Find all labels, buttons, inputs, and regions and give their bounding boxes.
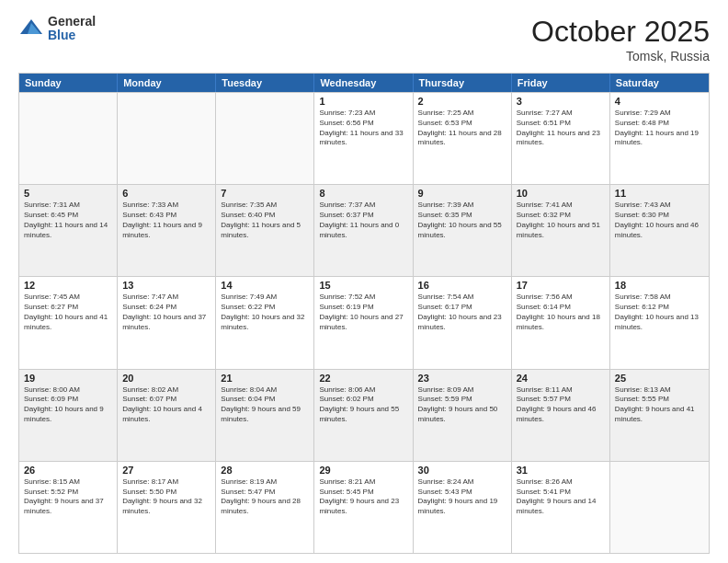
calendar-row: 5Sunrise: 7:31 AM Sunset: 6:45 PM Daylig… (19, 184, 709, 276)
cell-info: Sunrise: 7:27 AM Sunset: 6:51 PM Dayligh… (517, 109, 605, 148)
day-number: 3 (517, 96, 605, 107)
day-number: 12 (24, 280, 112, 291)
day-number: 7 (221, 188, 309, 199)
cell-info: Sunrise: 8:04 AM Sunset: 6:04 PM Dayligh… (221, 385, 309, 425)
day-number: 20 (122, 373, 210, 384)
cell-info: Sunrise: 7:47 AM Sunset: 6:24 PM Dayligh… (122, 293, 210, 332)
location: Tomsk, Russia (531, 49, 710, 63)
cell-info: Sunrise: 7:31 AM Sunset: 6:45 PM Dayligh… (24, 201, 112, 240)
cell-info: Sunrise: 7:45 AM Sunset: 6:27 PM Dayligh… (24, 293, 112, 332)
day-number: 31 (517, 465, 605, 476)
weekday-header: Saturday (610, 74, 709, 92)
day-number: 13 (122, 280, 210, 291)
day-number: 25 (615, 373, 704, 384)
calendar-row: 19Sunrise: 8:00 AM Sunset: 6:09 PM Dayli… (19, 369, 709, 461)
calendar-cell: 11Sunrise: 7:43 AM Sunset: 6:30 PM Dayli… (610, 185, 709, 276)
cell-info: Sunrise: 8:13 AM Sunset: 5:55 PM Dayligh… (615, 385, 704, 425)
cell-info: Sunrise: 7:56 AM Sunset: 6:14 PM Dayligh… (517, 293, 605, 332)
calendar-cell: 3Sunrise: 7:27 AM Sunset: 6:51 PM Daylig… (512, 93, 610, 184)
cell-info: Sunrise: 7:58 AM Sunset: 6:12 PM Dayligh… (615, 293, 704, 332)
day-number: 5 (24, 188, 112, 199)
day-number: 23 (418, 373, 506, 384)
calendar-cell: 31Sunrise: 8:26 AM Sunset: 5:41 PM Dayli… (512, 462, 610, 553)
cell-info: Sunrise: 8:19 AM Sunset: 5:47 PM Dayligh… (221, 477, 309, 517)
day-number: 9 (418, 188, 506, 199)
cell-info: Sunrise: 8:26 AM Sunset: 5:41 PM Dayligh… (517, 477, 605, 517)
calendar-cell (216, 93, 314, 184)
weekday-header: Thursday (414, 74, 512, 92)
weekday-header: Wednesday (314, 74, 413, 92)
cell-info: Sunrise: 7:52 AM Sunset: 6:19 PM Dayligh… (319, 293, 407, 332)
logo: General Blue (18, 15, 96, 43)
calendar-cell: 19Sunrise: 8:00 AM Sunset: 6:09 PM Dayli… (19, 370, 118, 461)
calendar-cell (118, 93, 216, 184)
cell-info: Sunrise: 8:09 AM Sunset: 5:59 PM Dayligh… (418, 385, 506, 425)
calendar-cell: 16Sunrise: 7:54 AM Sunset: 6:17 PM Dayli… (414, 277, 512, 368)
header: General Blue October 2025 Tomsk, Russia (18, 15, 710, 63)
cell-info: Sunrise: 7:39 AM Sunset: 6:35 PM Dayligh… (418, 201, 506, 240)
cell-info: Sunrise: 7:54 AM Sunset: 6:17 PM Dayligh… (418, 293, 506, 332)
weekday-header: Sunday (19, 74, 118, 92)
calendar-cell: 6Sunrise: 7:33 AM Sunset: 6:43 PM Daylig… (118, 185, 216, 276)
day-number: 1 (319, 96, 407, 107)
calendar-cell: 2Sunrise: 7:25 AM Sunset: 6:53 PM Daylig… (414, 93, 512, 184)
day-number: 19 (24, 373, 112, 384)
weekday-header: Friday (512, 74, 610, 92)
day-number: 2 (418, 96, 506, 107)
calendar-header: SundayMondayTuesdayWednesdayThursdayFrid… (19, 74, 709, 92)
day-number: 22 (319, 373, 407, 384)
cell-info: Sunrise: 7:35 AM Sunset: 6:40 PM Dayligh… (221, 201, 309, 240)
day-number: 27 (122, 465, 210, 476)
logo-icon (18, 16, 44, 41)
calendar-cell: 29Sunrise: 8:21 AM Sunset: 5:45 PM Dayli… (314, 462, 413, 553)
calendar-cell: 28Sunrise: 8:19 AM Sunset: 5:47 PM Dayli… (216, 462, 314, 553)
calendar-cell: 12Sunrise: 7:45 AM Sunset: 6:27 PM Dayli… (19, 277, 118, 368)
calendar-cell: 30Sunrise: 8:24 AM Sunset: 5:43 PM Dayli… (414, 462, 512, 553)
logo-general: General (48, 15, 96, 29)
calendar-cell (610, 462, 709, 553)
cell-info: Sunrise: 8:11 AM Sunset: 5:57 PM Dayligh… (517, 385, 605, 425)
cell-info: Sunrise: 8:21 AM Sunset: 5:45 PM Dayligh… (319, 477, 407, 517)
calendar-cell: 23Sunrise: 8:09 AM Sunset: 5:59 PM Dayli… (414, 370, 512, 461)
logo-blue: Blue (48, 29, 96, 42)
cell-info: Sunrise: 7:37 AM Sunset: 6:37 PM Dayligh… (319, 201, 407, 240)
day-number: 14 (221, 280, 309, 291)
weekday-header: Tuesday (216, 74, 314, 92)
day-number: 10 (517, 188, 605, 199)
calendar-row: 26Sunrise: 8:15 AM Sunset: 5:52 PM Dayli… (19, 461, 709, 553)
page: General Blue October 2025 Tomsk, Russia … (0, 0, 728, 563)
cell-info: Sunrise: 8:02 AM Sunset: 6:07 PM Dayligh… (122, 385, 210, 425)
day-number: 28 (221, 465, 309, 476)
calendar-row: 1Sunrise: 7:23 AM Sunset: 6:56 PM Daylig… (19, 92, 709, 184)
calendar-cell: 15Sunrise: 7:52 AM Sunset: 6:19 PM Dayli… (314, 277, 413, 368)
day-number: 21 (221, 373, 309, 384)
cell-info: Sunrise: 7:33 AM Sunset: 6:43 PM Dayligh… (122, 201, 210, 240)
cell-info: Sunrise: 7:49 AM Sunset: 6:22 PM Dayligh… (221, 293, 309, 332)
calendar: SundayMondayTuesdayWednesdayThursdayFrid… (18, 73, 710, 554)
calendar-cell: 10Sunrise: 7:41 AM Sunset: 6:32 PM Dayli… (512, 185, 610, 276)
day-number: 16 (418, 280, 506, 291)
calendar-cell: 17Sunrise: 7:56 AM Sunset: 6:14 PM Dayli… (512, 277, 610, 368)
calendar-cell: 8Sunrise: 7:37 AM Sunset: 6:37 PM Daylig… (314, 185, 413, 276)
day-number: 6 (122, 188, 210, 199)
calendar-cell: 26Sunrise: 8:15 AM Sunset: 5:52 PM Dayli… (19, 462, 118, 553)
calendar-cell: 22Sunrise: 8:06 AM Sunset: 6:02 PM Dayli… (314, 370, 413, 461)
day-number: 29 (319, 465, 407, 476)
calendar-cell: 1Sunrise: 7:23 AM Sunset: 6:56 PM Daylig… (314, 93, 413, 184)
cell-info: Sunrise: 8:00 AM Sunset: 6:09 PM Dayligh… (24, 385, 112, 425)
cell-info: Sunrise: 8:17 AM Sunset: 5:50 PM Dayligh… (122, 477, 210, 517)
day-number: 8 (319, 188, 407, 199)
day-number: 24 (517, 373, 605, 384)
day-number: 11 (615, 188, 704, 199)
cell-info: Sunrise: 7:25 AM Sunset: 6:53 PM Dayligh… (418, 109, 506, 148)
title-block: October 2025 Tomsk, Russia (531, 15, 710, 63)
cell-info: Sunrise: 8:06 AM Sunset: 6:02 PM Dayligh… (319, 385, 407, 425)
day-number: 15 (319, 280, 407, 291)
calendar-cell: 14Sunrise: 7:49 AM Sunset: 6:22 PM Dayli… (216, 277, 314, 368)
cell-info: Sunrise: 8:15 AM Sunset: 5:52 PM Dayligh… (24, 477, 112, 517)
calendar-cell: 20Sunrise: 8:02 AM Sunset: 6:07 PM Dayli… (118, 370, 216, 461)
logo-text: General Blue (48, 15, 96, 43)
day-number: 4 (615, 96, 704, 107)
calendar-cell: 24Sunrise: 8:11 AM Sunset: 5:57 PM Dayli… (512, 370, 610, 461)
calendar-body: 1Sunrise: 7:23 AM Sunset: 6:56 PM Daylig… (19, 92, 709, 553)
